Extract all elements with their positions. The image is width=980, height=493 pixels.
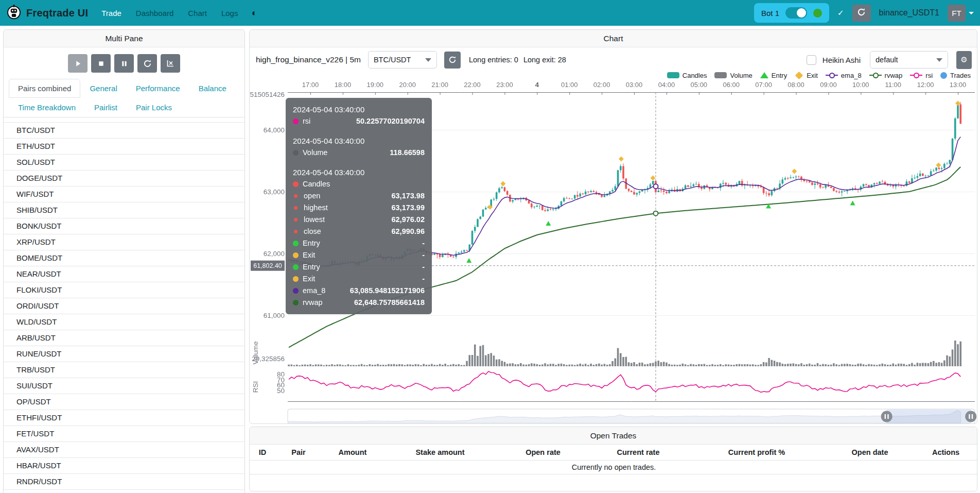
- pair-select[interactable]: BTC/USDT: [368, 51, 437, 69]
- tab-time-breakdown[interactable]: Time Breakdown: [9, 98, 85, 117]
- pair-list-item[interactable]: SOL/USDT: [4, 155, 244, 171]
- freqtrade-robot-logo-icon: [6, 4, 22, 22]
- legend-label: ema_8: [841, 72, 862, 79]
- series-dot-icon: [293, 118, 299, 124]
- pair-list-item[interactable]: BTC/USDT: [4, 123, 244, 139]
- pair-list-item[interactable]: WIF/USDT: [4, 186, 244, 202]
- tab-pairs-combined[interactable]: Pairs combined: [9, 79, 80, 98]
- tooltip-series-value: 63,085.948152171906: [350, 285, 425, 297]
- tooltip-series-label: close: [304, 226, 321, 237]
- open-trades-panel: Open Trades IDPairAmountStake amountOpen…: [249, 427, 977, 491]
- reload-config-button[interactable]: [137, 54, 157, 73]
- legend-item-rsi[interactable]: rsi: [910, 72, 933, 79]
- theme-toggle-icon[interactable]: ◐: [251, 8, 257, 19]
- legend-item-ema_8[interactable]: ema_8: [826, 72, 862, 79]
- strategy-timeframe-label: high_frog_binance_v226 | 5m: [256, 55, 361, 64]
- pair-list-item[interactable]: OP/USDT: [4, 394, 244, 410]
- pair-list-item[interactable]: NEAR/USDT: [4, 266, 244, 282]
- legend-item-trades[interactable]: Trades: [940, 72, 971, 79]
- pair-list-item[interactable]: TRB/USDT: [4, 362, 244, 378]
- no-open-trades-message: Currently no open trades.: [250, 461, 977, 474]
- ema_8-line-icon: [826, 75, 838, 76]
- tooltip-series-value: -: [422, 237, 425, 249]
- pair-list-item[interactable]: ETH/USDT: [4, 139, 244, 155]
- pair-list-item[interactable]: WLD/USDT: [4, 314, 244, 330]
- tooltip-series-label: Exit: [303, 273, 315, 285]
- pair-list-item[interactable]: ETHFI/USDT: [4, 410, 244, 426]
- pair-list-item[interactable]: BOME/USDT: [4, 250, 244, 266]
- pair-list-item[interactable]: AVAX/USDT: [4, 442, 244, 458]
- column-header-current-rate: Current rate: [589, 445, 687, 461]
- tab-balance[interactable]: Balance: [189, 79, 236, 98]
- pair-list-item[interactable]: SUI/USDT: [4, 378, 244, 394]
- tab-performance[interactable]: Performance: [127, 79, 189, 98]
- stop-button[interactable]: [91, 54, 111, 73]
- play-button[interactable]: [68, 54, 87, 73]
- legend-item-exit[interactable]: Exit: [795, 72, 818, 79]
- open-trades-title: Open Trades: [250, 427, 977, 445]
- series-dot-icon: [294, 230, 297, 233]
- bot-selector[interactable]: Bot 1: [754, 3, 829, 23]
- tooltip-row: lowest62,976.02: [293, 214, 425, 226]
- pair-list-item[interactable]: ORDI/USDT: [4, 298, 244, 314]
- volume-legend-icon: [714, 72, 727, 78]
- pair-list-item[interactable]: XRP/USDT: [4, 234, 244, 250]
- series-dot-icon: [294, 194, 297, 198]
- nav-link-trade[interactable]: Trade: [101, 9, 121, 18]
- pause-button[interactable]: [114, 54, 134, 73]
- tooltip-series-label: highest: [304, 202, 328, 214]
- legend-label: Exit: [807, 72, 818, 79]
- user-menu[interactable]: FT: [948, 5, 974, 22]
- legend-item-rvwap[interactable]: rvwap: [869, 72, 903, 79]
- legend-item-volume[interactable]: Volume: [714, 72, 752, 79]
- bot-enable-toggle[interactable]: [785, 7, 807, 19]
- exit-diamond-icon: [795, 71, 803, 79]
- reload-bot-button[interactable]: [852, 5, 871, 22]
- tooltip-series-value: 62,648.75785661418: [354, 297, 425, 309]
- pair-list-item[interactable]: ARB/USDT: [4, 330, 244, 346]
- pair-select-value: BTC/USDT: [374, 56, 411, 64]
- tooltip-series-value: 50.22577020190704: [356, 115, 425, 127]
- account-name: binance_USDT1: [879, 8, 939, 18]
- pair-list-item[interactable]: SHIB/USDT: [4, 202, 244, 218]
- legend-item-candles[interactable]: Candles: [667, 72, 707, 79]
- tooltip-date: 2024-05-04 03:40:00: [293, 166, 425, 178]
- tab-general[interactable]: General: [80, 79, 126, 98]
- bot-online-indicator: [813, 9, 822, 18]
- tooltip-row: highest63,173.99: [293, 202, 425, 214]
- nav-link-chart[interactable]: Chart: [188, 9, 207, 18]
- pair-list-item[interactable]: DOGE/USDT: [4, 171, 244, 186]
- forget-chart-button[interactable]: [161, 54, 180, 73]
- tooltip-row: Exit-: [293, 273, 425, 285]
- main-nav: TradeDashboardChartLogs: [101, 9, 238, 18]
- legend-label: Candles: [682, 72, 707, 79]
- series-dot-icon: [293, 288, 299, 294]
- tooltip-row: Exit-: [293, 249, 425, 261]
- pair-list-item[interactable]: AR/USDT: [4, 490, 244, 493]
- tooltip-series-value: 118.66598: [390, 147, 425, 159]
- refresh-chart-button[interactable]: [444, 52, 461, 69]
- tab-pair-locks[interactable]: Pair Locks: [127, 98, 181, 117]
- candles-legend-icon: [667, 72, 679, 78]
- plot-config-select[interactable]: default: [870, 51, 948, 69]
- pair-list-item[interactable]: FLOKI/USDT: [4, 282, 244, 298]
- pair-list-item[interactable]: RUNE/USDT: [4, 346, 244, 362]
- nav-link-dashboard[interactable]: Dashboard: [136, 9, 173, 18]
- brand[interactable]: Freqtrade UI: [6, 4, 88, 22]
- series-dot-icon: [293, 181, 299, 187]
- tab-pairlist[interactable]: Pairlist: [85, 98, 127, 117]
- legend-item-entry[interactable]: Entry: [760, 72, 787, 79]
- nav-link-logs[interactable]: Logs: [221, 9, 238, 18]
- column-header-stake-amount: Stake amount: [383, 445, 497, 461]
- plot-settings-button[interactable]: ⚙: [956, 51, 972, 69]
- tooltip-series-value: 62,990.96: [391, 226, 425, 237]
- pair-list-item[interactable]: RNDR/USDT: [4, 474, 244, 490]
- navbar: Freqtrade UI TradeDashboardChartLogs ◐ B…: [0, 0, 980, 26]
- pair-list-item[interactable]: BONK/USDT: [4, 218, 244, 234]
- tooltip-row: open63,173.98: [293, 190, 425, 202]
- trades-circle-icon: [940, 72, 947, 79]
- pair-list-item[interactable]: FET/USDT: [4, 426, 244, 442]
- pair-list-item[interactable]: HBAR/USDT: [4, 458, 244, 474]
- heikin-ashi-checkbox[interactable]: [807, 55, 816, 65]
- legend-label: Trades: [950, 72, 971, 79]
